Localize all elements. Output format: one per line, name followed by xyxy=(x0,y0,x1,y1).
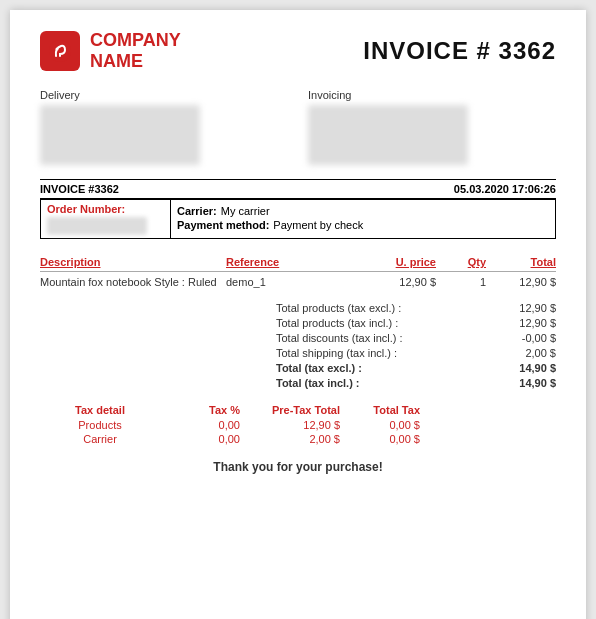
tax-col1-header: Tax detail xyxy=(40,404,160,416)
invoice-title: INVOICE # 3362 xyxy=(363,37,556,65)
totals-label: Total shipping (tax incl.) : xyxy=(276,347,397,359)
tax-row: Carrier 0,00 2,00 $ 0,00 $ xyxy=(40,432,556,446)
totals-row: Total (tax excl.) : 14,90 $ xyxy=(276,360,556,375)
totals-label: Total discounts (tax incl.) : xyxy=(276,332,403,344)
totals-row: Total products (tax excl.) : 12,90 $ xyxy=(276,300,556,315)
totals-value: 12,90 $ xyxy=(501,302,556,314)
invoice-meta-number: INVOICE #3362 xyxy=(40,183,119,195)
totals-row: Total discounts (tax incl.) : -0,00 $ xyxy=(276,330,556,345)
totals-label: Total (tax incl.) : xyxy=(276,377,360,389)
invoice-meta-date: 05.03.2020 17:06:26 xyxy=(454,183,556,195)
totals-value: -0,00 $ xyxy=(501,332,556,344)
totals-value: 14,90 $ xyxy=(501,362,556,374)
carrier-payment-cell: Carrier: My carrier Payment method: Paym… xyxy=(171,200,556,239)
item-total: 12,90 $ xyxy=(486,276,556,288)
company-name: COMPANY NAME xyxy=(90,30,181,71)
totals-value: 14,90 $ xyxy=(501,377,556,389)
order-carrier-table: Order Number: Carrier: My carrier Paymen… xyxy=(40,199,556,239)
delivery-address-content xyxy=(40,105,200,165)
totals-value: 2,00 $ xyxy=(501,347,556,359)
tax-col3-header: Pre-Tax Total xyxy=(240,404,340,416)
item-description: Mountain fox notebook Style : Ruled xyxy=(40,276,226,288)
invoice-document: COMPANY NAME INVOICE # 3362 Delivery Inv… xyxy=(10,10,586,619)
order-number-label: Order Number: xyxy=(47,203,125,215)
totals-section: Total products (tax excl.) : 12,90 $ Tot… xyxy=(40,300,556,390)
totals-label: Total (tax excl.) : xyxy=(276,362,362,374)
line-items-header: Description Reference U. price Qty Total xyxy=(40,253,556,272)
invoicing-label: Invoicing xyxy=(308,89,556,101)
payment-value: Payment by check xyxy=(273,219,363,231)
svg-point-1 xyxy=(56,47,59,50)
tax-section: Tax detail Tax % Pre-Tax Total Total Tax… xyxy=(40,404,556,446)
order-number-cell: Order Number: xyxy=(41,200,171,239)
addresses-section: Delivery Invoicing xyxy=(40,89,556,165)
invoice-meta-bar: INVOICE #3362 05.03.2020 17:06:26 xyxy=(40,179,556,199)
carrier-value: My carrier xyxy=(221,205,270,217)
line-items-container: Mountain fox notebook Style : Ruled demo… xyxy=(40,274,556,290)
tax-pretax: 12,90 $ xyxy=(240,419,340,431)
tax-row: Products 0,00 12,90 $ 0,00 $ xyxy=(40,418,556,432)
tax-rows-container: Products 0,00 12,90 $ 0,00 $ Carrier 0,0… xyxy=(40,418,556,446)
totals-row: Total (tax incl.) : 14,90 $ xyxy=(276,375,556,390)
line-item-row: Mountain fox notebook Style : Ruled demo… xyxy=(40,274,556,290)
col-header-description: Description xyxy=(40,256,226,268)
logo-area: COMPANY NAME xyxy=(40,30,181,71)
carrier-label: Carrier: xyxy=(177,205,217,217)
tax-total: 0,00 $ xyxy=(340,433,420,445)
tax-pct: 0,00 xyxy=(160,419,240,431)
tax-total: 0,00 $ xyxy=(340,419,420,431)
payment-label: Payment method: xyxy=(177,219,269,231)
invoicing-address-content xyxy=(308,105,468,165)
tax-pct: 0,00 xyxy=(160,433,240,445)
company-logo-icon xyxy=(40,31,80,71)
item-reference: demo_1 xyxy=(226,276,356,288)
delivery-label: Delivery xyxy=(40,89,288,101)
tax-col2-header: Tax % xyxy=(160,404,240,416)
col-header-qty: Qty xyxy=(436,256,486,268)
col-header-unit-price: U. price xyxy=(356,256,436,268)
item-unit-price: 12,90 $ xyxy=(356,276,436,288)
delivery-address: Delivery xyxy=(40,89,288,165)
tax-header: Tax detail Tax % Pre-Tax Total Total Tax xyxy=(40,404,556,418)
carrier-row: Carrier: My carrier xyxy=(177,205,549,217)
tax-col4-header: Total Tax xyxy=(340,404,420,416)
totals-row: Total shipping (tax incl.) : 2,00 $ xyxy=(276,345,556,360)
totals-label: Total products (tax excl.) : xyxy=(276,302,401,314)
totals-value: 12,90 $ xyxy=(501,317,556,329)
totals-row: Total products (tax incl.) : 12,90 $ xyxy=(276,315,556,330)
totals-label: Total products (tax incl.) : xyxy=(276,317,398,329)
tax-name: Products xyxy=(40,419,160,431)
invoicing-address: Invoicing xyxy=(308,89,556,165)
col-header-total: Total xyxy=(486,256,556,268)
payment-row: Payment method: Payment by check xyxy=(177,219,549,231)
tax-pretax: 2,00 $ xyxy=(240,433,340,445)
tax-name: Carrier xyxy=(40,433,160,445)
thank-you-message: Thank you for your purchase! xyxy=(40,460,556,474)
invoice-header: COMPANY NAME INVOICE # 3362 xyxy=(40,30,556,71)
col-header-reference: Reference xyxy=(226,256,356,268)
svg-point-0 xyxy=(49,40,71,62)
item-qty: 1 xyxy=(436,276,486,288)
order-number-value xyxy=(47,217,147,235)
totals-table: Total products (tax excl.) : 12,90 $ Tot… xyxy=(276,300,556,390)
